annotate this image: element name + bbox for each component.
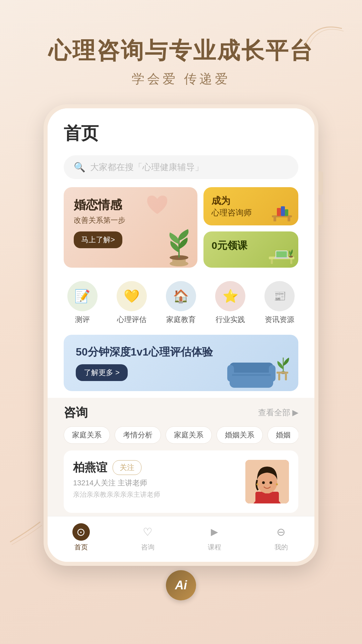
follow-button[interactable]: 关注 — [113, 460, 141, 475]
consultant-stats: 13214人关注 主讲老师 — [73, 478, 237, 488]
consultant-name-row: 柏燕谊 关注 — [73, 460, 237, 475]
consult-header: 咨询 查看全部 ▶ — [64, 405, 298, 421]
svg-rect-29 — [255, 492, 279, 503]
svg-point-33 — [269, 481, 272, 484]
phone-inner: 首页 🔍 大家都在搜「心理健康辅导」 婚恋情感 改善关系第一步 马上了解> — [48, 108, 314, 562]
header-section: 心理咨询与专业成长平台 学会爱 传递爱 — [0, 0, 362, 104]
svg-rect-14 — [276, 251, 287, 257]
tag-jiatingguanxi[interactable]: 家庭关系 — [64, 426, 110, 444]
promo-cta[interactable]: 了解更多 > — [76, 364, 128, 381]
banner-become-counselor[interactable]: 成为 心理咨询师 — [203, 187, 298, 225]
ai-badge[interactable]: Ai — [166, 570, 196, 600]
category-label-pingce: 测评 — [75, 315, 90, 325]
header-subtitle: 学会爱 传递爱 — [0, 70, 362, 88]
view-all-text: 查看全部 — [258, 407, 290, 418]
category-icon-hangyeshijian: ⭐ — [215, 281, 245, 311]
category-item-xinlipinggu[interactable]: 💛 心理评估 — [117, 281, 147, 325]
consultant-photo — [245, 460, 289, 503]
nav-item-consult[interactable]: ♡ 咨询 — [139, 523, 157, 552]
category-item-zixunyuanzi[interactable]: 📰 资讯资源 — [264, 281, 295, 325]
mine-icon: ⊖ — [273, 523, 290, 541]
category-icon-xinlipinggu: 💛 — [117, 281, 147, 311]
category-label-xinlipinggu: 心理评估 — [117, 315, 146, 325]
app-topbar: 首页 — [48, 108, 314, 152]
svg-rect-26 — [232, 374, 271, 376]
view-all-link[interactable]: 查看全部 ▶ — [258, 407, 298, 418]
nav-item-course[interactable]: ▶ 课程 — [206, 523, 223, 552]
banner-left[interactable]: 婚恋情感 改善关系第一步 马上了解> — [64, 187, 197, 268]
svg-point-35 — [276, 483, 278, 485]
laptop-illustration — [268, 246, 295, 266]
heart-deco — [144, 194, 171, 219]
svg-rect-9 — [285, 209, 288, 216]
svg-rect-7 — [277, 208, 281, 216]
svg-rect-20 — [278, 374, 280, 380]
banner-right: 成为 心理咨询师 — [203, 187, 298, 268]
svg-point-34 — [256, 483, 258, 485]
tag-hunyin2[interactable]: 婚姻 — [267, 426, 298, 444]
phone-side-btn-2 — [318, 202, 323, 225]
nav-item-home[interactable]: ⊙ 首页 — [72, 523, 90, 552]
bottom-nav: ⊙ 首页 ♡ 咨询 ▶ 课程 ⊖ 我的 — [48, 516, 314, 562]
svg-rect-5 — [274, 217, 276, 221]
svg-rect-10 — [271, 259, 273, 264]
consult-section-title: 咨询 — [64, 405, 88, 421]
svg-rect-24 — [227, 365, 234, 382]
consultant-name: 柏燕谊 — [73, 460, 107, 475]
category-item-hangyeshijian[interactable]: ⭐ 行业实践 — [215, 281, 245, 325]
consult-section: 咨询 查看全部 ▶ 家庭关系 考情分析 家庭关系 婚姻关系 婚姻 — [48, 398, 314, 516]
banner-free-course[interactable]: 0元领课 — [203, 231, 298, 268]
search-container: 🔍 大家都在搜「心理健康辅导」 — [48, 152, 314, 187]
category-row: 📝 测评 💛 心理评估 🏠 家庭教育 ⭐ 行业实践 📰 资讯资源 — [48, 274, 314, 331]
phone-mockup: 首页 🔍 大家都在搜「心理健康辅导」 婚恋情感 改善关系第一步 马上了解> — [44, 104, 318, 566]
category-item-pingce[interactable]: 📝 测评 — [67, 281, 98, 325]
banner-area: 婚恋情感 改善关系第一步 马上了解> — [48, 187, 314, 274]
page-title: 首页 — [64, 122, 99, 145]
promo-banner[interactable]: 50分钟深度1v1心理评估体验 了解更多 > — [64, 335, 298, 391]
svg-rect-11 — [290, 259, 292, 264]
category-icon-jiatingjiaoyu: 🏠 — [166, 281, 196, 311]
tag-hunyin[interactable]: 婚姻关系 — [217, 426, 263, 444]
nav-item-mine[interactable]: ⊖ 我的 — [273, 523, 290, 552]
nav-label-mine: 我的 — [275, 543, 288, 552]
tags-row: 家庭关系 考情分析 家庭关系 婚姻关系 婚姻 — [64, 426, 298, 444]
consultant-info: 柏燕谊 关注 13214人关注 主讲老师 亲治亲亲教亲亲亲亲主讲老师 — [73, 460, 237, 499]
arrow-icon: ▶ — [292, 408, 298, 417]
phone-side-btn-1 — [318, 171, 323, 195]
nav-label-course: 课程 — [208, 543, 221, 552]
consult-icon: ♡ — [139, 523, 157, 541]
category-label-zixunyuanzi: 资讯资源 — [265, 315, 294, 325]
category-icon-pingce: 📝 — [67, 281, 98, 311]
svg-point-31 — [257, 472, 277, 493]
plant-illustration — [164, 224, 194, 268]
consultant-desc: 亲治亲亲教亲亲亲亲主讲老师 — [73, 490, 237, 499]
search-bar[interactable]: 🔍 大家都在搜「心理健康辅导」 — [64, 155, 298, 179]
nav-label-consult: 咨询 — [141, 543, 155, 552]
books-illustration — [270, 201, 294, 223]
svg-rect-19 — [277, 372, 288, 374]
ai-label: Ai — [175, 578, 187, 592]
category-item-jiatingjiaoyu[interactable]: 🏠 家庭教育 — [166, 281, 196, 325]
svg-rect-15 — [274, 257, 289, 259]
app-content: 首页 🔍 大家都在搜「心理健康辅导」 婚恋情感 改善关系第一步 马上了解> — [48, 108, 314, 562]
tag-jiatingguanxi2[interactable]: 家庭关系 — [166, 426, 212, 444]
category-label-hangyeshijian: 行业实践 — [216, 315, 245, 325]
banner-left-cta[interactable]: 马上了解> — [74, 231, 122, 248]
category-label-jiatingjiaoyu: 家庭教育 — [166, 315, 196, 325]
svg-point-32 — [262, 481, 265, 484]
category-icon-zixunyuanzi: 📰 — [264, 281, 295, 311]
svg-rect-23 — [230, 363, 273, 373]
search-icon: 🔍 — [74, 162, 85, 173]
nav-label-home: 首页 — [74, 543, 88, 552]
home-icon: ⊙ — [72, 523, 90, 541]
consultant-card[interactable]: 柏燕谊 关注 13214人关注 主讲老师 亲治亲亲教亲亲亲亲主讲老师 — [64, 450, 298, 513]
course-icon: ▶ — [206, 523, 223, 541]
svg-rect-6 — [288, 217, 290, 221]
svg-rect-8 — [281, 206, 285, 216]
tag-kaoqingfenxi[interactable]: 考情分析 — [115, 426, 161, 444]
search-placeholder-text: 大家都在搜「心理健康辅导」 — [90, 161, 203, 173]
svg-rect-25 — [269, 365, 276, 382]
svg-rect-21 — [285, 374, 287, 380]
sofa-illustration — [225, 347, 292, 391]
